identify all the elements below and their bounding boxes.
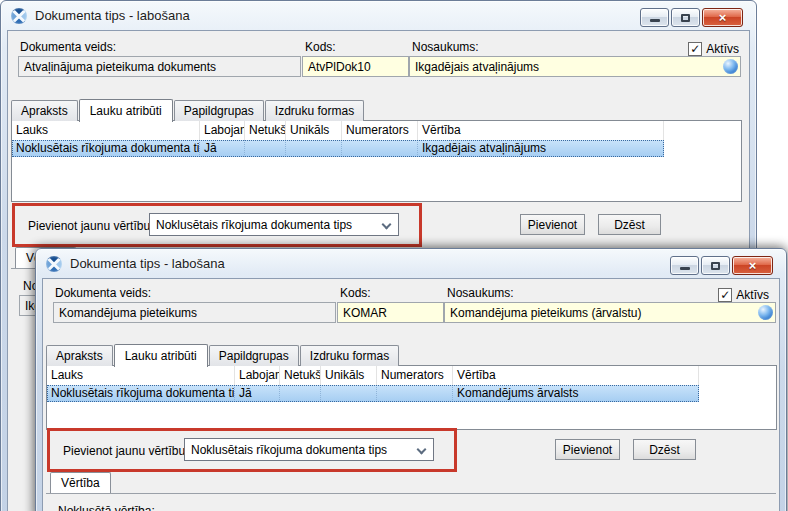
maximize-icon <box>681 14 690 22</box>
cell-netukss <box>245 140 286 157</box>
table-header: Lauks Labojams Netukšs Unikāls Numerator… <box>12 121 741 140</box>
maximize-button[interactable] <box>701 256 730 275</box>
doc-type-field[interactable]: Atvaļinājuma pieteikuma dokuments <box>18 56 301 77</box>
col-lauks[interactable]: Lauks <box>12 121 200 140</box>
col-labojams[interactable]: Labojams <box>235 366 280 385</box>
tab-apraksts[interactable]: Apraksts <box>11 100 78 121</box>
col-vertiba[interactable]: Vērtība <box>453 366 699 385</box>
col-numerators[interactable]: Numerators <box>342 121 418 140</box>
name-label: Nosaukums: <box>447 286 514 300</box>
name-field-value: Komandējuma pieteikums (ārvalstu) <box>450 306 641 320</box>
cell-labojams: Jā <box>235 385 280 402</box>
col-netukss[interactable]: Netukšs <box>245 121 286 140</box>
name-label: Nosaukums: <box>412 40 479 54</box>
minimize-button[interactable] <box>670 256 699 275</box>
tab-papildgrupas[interactable]: Papildgrupas <box>174 100 264 121</box>
checkbox-check-icon: ✓ <box>718 288 732 302</box>
tab-lauku-atributi[interactable]: Lauku atribūti <box>79 99 173 122</box>
doc-type-label: Dokumenta veids: <box>20 40 116 54</box>
maximize-icon <box>711 262 720 270</box>
selected-row[interactable]: Noklusētais rīkojuma dokumenta tips Jā I… <box>12 140 664 157</box>
titlebar[interactable]: Dokumenta tips - labošana × <box>36 249 786 278</box>
table-row[interactable]: Noklusētais rīkojuma dokumenta tips Jā K… <box>47 385 776 402</box>
selected-row[interactable]: Noklusētais rīkojuma dokumenta tips Jā K… <box>47 385 699 402</box>
cell-vertiba: Komandējums ārvalsts <box>453 385 699 402</box>
add-value-label: Pievienot jaunu vērtību: <box>63 444 188 458</box>
active-checkbox-label: Aktīvs <box>736 288 769 302</box>
col-numerators[interactable]: Numerators <box>377 366 453 385</box>
highlight-annotation: Pievienot jaunu vērtību: Noklusētais rīk… <box>47 428 457 472</box>
chevron-down-icon <box>382 220 392 230</box>
name-field-value: Ikgadējais atvaļinājums <box>415 60 539 74</box>
cell-labojams: Jā <box>200 140 245 157</box>
window-controls: × <box>640 8 743 27</box>
cell-numerators <box>377 385 453 402</box>
tab-apraksts[interactable]: Apraksts <box>46 345 113 366</box>
col-vertiba[interactable]: Vērtība <box>418 121 664 140</box>
add-value-label: Pievienot jaunu vērtību: <box>28 219 153 233</box>
app-icon <box>46 256 62 272</box>
tab-lauku-atributi[interactable]: Lauku atribūti <box>114 344 208 367</box>
close-button[interactable]: × <box>702 8 743 27</box>
tab-izdruku-formas[interactable]: Izdruku formas <box>265 100 364 121</box>
pievienot-button[interactable]: Pievienot <box>520 214 585 235</box>
active-checkbox[interactable]: ✓ Aktīvs <box>718 288 769 302</box>
attributes-table: Lauks Labojams Netukšs Unikāls Numerator… <box>11 120 742 202</box>
checkbox-check-icon: ✓ <box>688 42 702 56</box>
cell-lauks: Noklusētais rīkojuma dokumenta tips <box>12 140 200 157</box>
name-field[interactable]: Komandējuma pieteikums (ārvalstu) <box>444 302 776 323</box>
add-value-dropdown-value: Noklusētais rīkojuma dokumenta tips <box>156 218 352 232</box>
close-button[interactable]: × <box>732 256 773 275</box>
attributes-table: Lauks Labojams Netukšs Unikāls Numerator… <box>46 365 777 430</box>
tab-vertiba[interactable]: Vērtība <box>50 472 111 493</box>
window-title: Dokumenta tips - labošana <box>70 256 225 271</box>
add-value-dropdown[interactable]: Noklusētais rīkojuma dokumenta tips <box>184 438 434 461</box>
close-icon: × <box>749 258 757 273</box>
cell-lauks: Noklusētais rīkojuma dokumenta tips <box>47 385 235 402</box>
tab-strip: Apraksts Lauku atribūti Papildgrupas Izd… <box>11 98 365 121</box>
col-lauks[interactable]: Lauks <box>47 366 235 385</box>
default-value-label: Noklusētā vērtība: <box>58 504 155 511</box>
table-header: Lauks Labojams Netukšs Unikāls Numerator… <box>47 366 776 385</box>
titlebar[interactable]: Dokumenta tips - labošana × <box>1 1 756 30</box>
row-filler <box>664 140 741 157</box>
add-value-dropdown[interactable]: Noklusētais rīkojuma dokumenta tips <box>149 213 399 236</box>
cell-numerators <box>342 140 418 157</box>
table-row[interactable]: Noklusētais rīkojuma dokumenta tips Jā I… <box>12 140 741 157</box>
active-checkbox[interactable]: ✓ Aktīvs <box>688 42 739 56</box>
active-checkbox-label: Aktīvs <box>706 42 739 56</box>
tab-izdruku-formas[interactable]: Izdruku formas <box>300 345 399 366</box>
code-label: Kods: <box>305 40 336 54</box>
doc-type-field[interactable]: Komandējuma pieteikums <box>53 302 336 323</box>
globe-icon[interactable] <box>758 305 773 320</box>
header-filler <box>699 366 776 385</box>
dzest-button[interactable]: Dzēst <box>633 439 696 460</box>
col-labojams[interactable]: Labojams <box>200 121 245 140</box>
col-unikals[interactable]: Unikāls <box>286 121 342 140</box>
dzest-button[interactable]: Dzēst <box>598 214 661 235</box>
doc-type-label: Dokumenta veids: <box>55 286 151 300</box>
code-field[interactable]: AtvPlDok10 <box>302 56 409 77</box>
maximize-button[interactable] <box>671 8 700 27</box>
dialog-client-area: Dokumenta veids: Kods: Nosaukums: Komand… <box>42 278 780 511</box>
tab-strip: Apraksts Lauku atribūti Papildgrupas Izd… <box>46 343 400 366</box>
cell-unikals <box>286 140 342 157</box>
minimize-button[interactable] <box>640 8 669 27</box>
dialog-window-front: Dokumenta tips - labošana × Dokumenta ve… <box>35 248 787 511</box>
code-field[interactable]: KOMAR <box>337 302 444 323</box>
vertiba-pane: Noklusētā vērtība: <box>46 493 776 511</box>
globe-icon[interactable] <box>723 59 738 74</box>
cell-vertiba: Ikgadējais atvaļinājums <box>418 140 664 157</box>
add-value-dropdown-value: Noklusētais rīkojuma dokumenta tips <box>191 443 387 457</box>
chevron-down-icon <box>417 445 427 455</box>
col-netukss[interactable]: Netukšs <box>280 366 321 385</box>
pievienot-button[interactable]: Pievienot <box>555 439 620 460</box>
name-field[interactable]: Ikgadējais atvaļinājums <box>409 56 741 77</box>
minimize-icon <box>650 19 660 22</box>
close-icon: × <box>719 10 727 25</box>
window-controls: × <box>670 256 773 275</box>
tab-papildgrupas[interactable]: Papildgrupas <box>209 345 299 366</box>
cell-unikals <box>321 385 377 402</box>
col-unikals[interactable]: Unikāls <box>321 366 377 385</box>
row-filler <box>699 385 776 402</box>
